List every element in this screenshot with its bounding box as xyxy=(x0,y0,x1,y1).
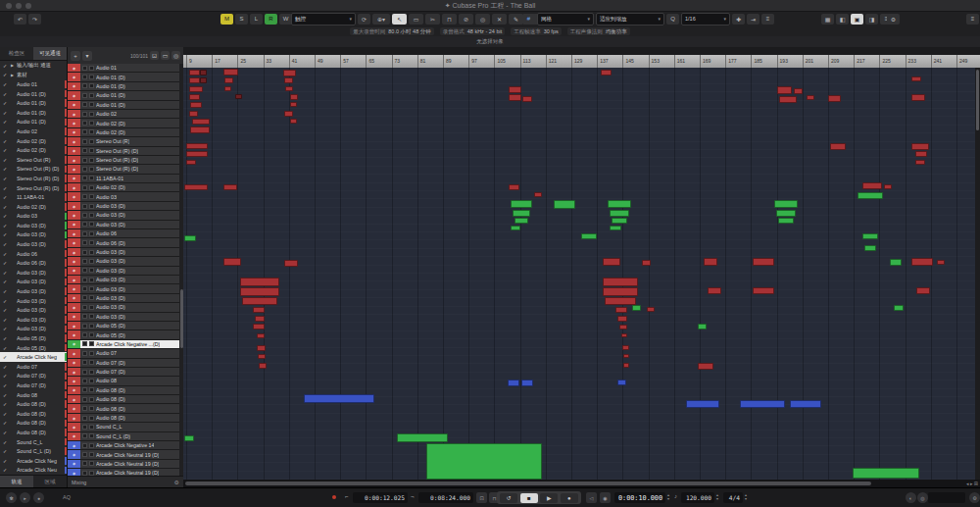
record-arm-strip[interactable]: ◆ xyxy=(68,64,80,72)
solo-box[interactable] xyxy=(89,278,94,282)
right-locator-icon[interactable]: ¬ xyxy=(411,493,415,499)
audio-clip[interactable] xyxy=(190,102,202,108)
solo-box[interactable] xyxy=(89,443,94,448)
audio-clip[interactable] xyxy=(581,233,597,239)
track-row[interactable]: ◆Audio 06 (D) xyxy=(68,238,179,247)
audio-clip[interactable] xyxy=(603,278,638,286)
visibility-item[interactable]: ✓Audio 03 (D) xyxy=(0,278,67,287)
record-arm-strip[interactable]: ◆ xyxy=(68,128,80,136)
visibility-item[interactable]: ✓Sound C_L (D) xyxy=(0,446,67,456)
track-row[interactable]: ◆Audio 03 (D) xyxy=(68,221,179,229)
track-row[interactable]: ◆Audio 08 (D) xyxy=(68,395,179,404)
track-row[interactable]: ◆Arcade Click Negative 14 xyxy=(68,441,179,450)
track-main[interactable]: Audio 01 xyxy=(80,64,179,72)
audio-clip[interactable] xyxy=(235,94,242,99)
track-row[interactable]: ◆Audio 03 (D) xyxy=(68,267,179,276)
gear-icon[interactable]: ⚙ xyxy=(174,479,179,485)
automation-mode-dropdown[interactable]: 触控 ▾ xyxy=(291,13,356,25)
check-icon[interactable]: ✓ xyxy=(3,81,11,87)
mute-box[interactable] xyxy=(82,305,87,310)
track-row[interactable]: ◆Audio 03 (D) xyxy=(68,294,179,303)
audio-clip[interactable] xyxy=(632,305,641,311)
track-row[interactable]: ◆Audio 01 (D) xyxy=(68,91,179,100)
solo-box[interactable] xyxy=(89,139,94,144)
zone-button-1[interactable]: ◧ xyxy=(836,14,849,25)
track-row[interactable]: ◆Audio 06 xyxy=(68,229,179,238)
visibility-item[interactable]: ✓Sound C_L xyxy=(0,437,67,447)
track-row[interactable]: ◆Audio 07 (D) xyxy=(68,368,179,377)
track-row[interactable]: ◆Sound C_L (D) xyxy=(68,432,179,441)
track-main[interactable]: Audio 03 (D) xyxy=(80,211,179,219)
track-folder-icon[interactable]: ▾ xyxy=(82,51,92,61)
record-arm-strip[interactable]: ◆ xyxy=(68,267,80,275)
check-icon[interactable]: ✓ xyxy=(3,298,11,304)
auto-punch-button[interactable]: ⊕▾ xyxy=(372,14,390,25)
solo-box[interactable] xyxy=(89,185,94,190)
track-row[interactable]: ◆Audio 08 (D) xyxy=(68,386,179,395)
audio-clip[interactable] xyxy=(622,345,629,350)
visibility-item[interactable]: ✓Audio 03 (D) xyxy=(0,230,67,240)
mute-box[interactable] xyxy=(82,112,87,117)
mute-box[interactable] xyxy=(82,295,87,300)
track-main[interactable]: Audio 03 (D) xyxy=(80,313,179,321)
zone-button-0[interactable]: ▦ xyxy=(821,14,834,25)
record-arm-strip[interactable]: ◆ xyxy=(68,395,80,403)
visibility-item[interactable]: ✓Audio 03 (D) xyxy=(0,268,67,278)
mute-box[interactable] xyxy=(82,416,87,421)
track-main[interactable]: Audio 08 xyxy=(80,377,179,384)
record-arm-strip[interactable]: ◆ xyxy=(68,257,80,265)
solo-box[interactable] xyxy=(89,121,94,126)
snap-toggle-button[interactable]: # xyxy=(522,14,535,25)
audio-clip[interactable] xyxy=(253,324,265,330)
tool-button-2[interactable]: ✂ xyxy=(425,14,440,25)
mute-box[interactable] xyxy=(82,75,87,79)
mute-box[interactable] xyxy=(82,93,87,98)
transport-right-icon-1[interactable]: ◎ xyxy=(917,492,928,503)
audio-clip[interactable] xyxy=(242,297,277,305)
record-arm-strip[interactable]: ◆ xyxy=(68,137,80,145)
track-row[interactable]: ◆Audio 03 xyxy=(68,192,179,201)
audio-clip[interactable] xyxy=(223,184,237,190)
record-arm-strip[interactable]: ◆ xyxy=(68,221,80,228)
record-arm-strip[interactable]: ◆ xyxy=(68,322,80,330)
visibility-item[interactable]: ✓Audio 07 (D) xyxy=(0,380,67,390)
audio-clip[interactable] xyxy=(862,233,878,239)
check-icon[interactable]: ✓ xyxy=(3,439,11,445)
audio-clip[interactable] xyxy=(617,316,627,322)
track-main[interactable]: Audio 05 (D) xyxy=(80,330,179,338)
undo-button[interactable]: ↶ xyxy=(14,14,26,25)
audio-clip[interactable] xyxy=(777,86,792,94)
record-arm-strip[interactable]: ◆ xyxy=(68,202,80,210)
mute-box[interactable] xyxy=(82,425,87,430)
check-icon[interactable]: ✓ xyxy=(3,194,11,200)
audio-clip[interactable] xyxy=(794,88,803,94)
check-icon[interactable]: ✓ xyxy=(3,392,11,398)
record-arm-strip[interactable]: ◆ xyxy=(68,284,80,292)
mute-box[interactable] xyxy=(82,250,87,255)
track-row[interactable]: ◆Audio 07 xyxy=(68,349,179,358)
check-icon[interactable]: ✓ xyxy=(3,279,11,284)
punch-lock-button[interactable]: ⊡ xyxy=(476,492,487,503)
audio-clip[interactable] xyxy=(290,94,298,100)
audio-clip[interactable] xyxy=(513,210,530,217)
check-icon[interactable]: ✓ xyxy=(3,128,11,134)
audio-clip[interactable] xyxy=(623,363,629,368)
grid-type-dropdown[interactable]: 适应到缩放 ▾ xyxy=(596,13,664,25)
solo-box[interactable] xyxy=(89,83,94,88)
track-main[interactable]: Audio 03 (D) xyxy=(80,248,179,256)
visibility-item[interactable]: ✓Audio 08 xyxy=(0,390,67,400)
track-row[interactable]: ◆Audio 03 (D) xyxy=(68,284,179,293)
check-icon[interactable]: ✓ xyxy=(3,430,11,435)
track-row[interactable]: ◆Audio 02 (D) xyxy=(68,128,179,137)
tool-button-3[interactable]: ⊓ xyxy=(442,14,457,25)
mute-box[interactable] xyxy=(82,397,87,402)
record-arm-strip[interactable]: ◆ xyxy=(68,91,80,99)
audio-clip[interactable] xyxy=(608,200,631,208)
track-main[interactable]: Arcade Click Neutral 19 (D) xyxy=(80,450,179,458)
visibility-item[interactable]: ✓Audio 05 (D) xyxy=(0,343,67,353)
audio-align-button[interactable]: ≡ xyxy=(761,14,774,25)
check-icon[interactable]: ✓ xyxy=(3,307,11,313)
visibility-item[interactable]: ✓Arcade Click Neg xyxy=(0,456,67,466)
track-main[interactable]: Audio 03 (D) xyxy=(80,284,179,292)
record-arm-strip[interactable]: ◆ xyxy=(68,183,80,191)
